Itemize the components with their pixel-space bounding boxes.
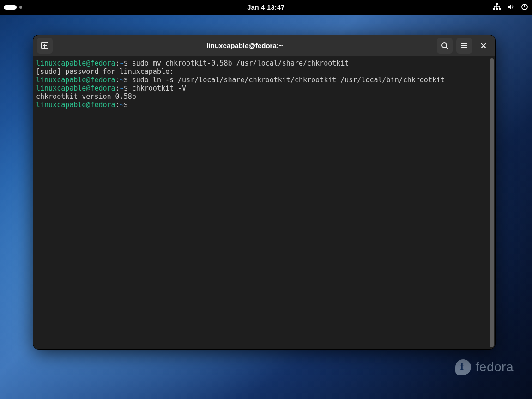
fedora-wordmark: fedora bbox=[476, 360, 514, 375]
menu-button[interactable] bbox=[456, 38, 472, 54]
volume-icon bbox=[507, 3, 514, 12]
activities-button[interactable] bbox=[4, 5, 22, 10]
activities-pill-icon bbox=[4, 5, 17, 10]
terminal-viewport[interactable]: linuxcapable@fedora:~$ sudo mv chkrootki… bbox=[33, 56, 495, 349]
hamburger-icon bbox=[460, 42, 468, 49]
window-title: linuxcapable@fedora:~ bbox=[53, 42, 437, 49]
terminal-window: linuxcapable@fedora:~ linuxcapable@fedor… bbox=[33, 35, 495, 349]
svg-rect-2 bbox=[496, 8, 498, 10]
fedora-logo-icon bbox=[455, 359, 471, 375]
svg-line-10 bbox=[446, 47, 448, 49]
gnome-top-panel: Jan 4 13:47 bbox=[0, 0, 532, 15]
network-icon bbox=[493, 3, 501, 12]
plus-icon bbox=[41, 42, 48, 49]
terminal-output[interactable]: linuxcapable@fedora:~$ sudo mv chkrootki… bbox=[36, 59, 491, 109]
scrollbar[interactable] bbox=[490, 58, 494, 347]
fedora-watermark: fedora bbox=[455, 359, 514, 375]
system-status-area[interactable] bbox=[493, 3, 528, 12]
svg-rect-1 bbox=[493, 8, 495, 10]
activities-dot-icon bbox=[19, 6, 22, 9]
close-button[interactable] bbox=[476, 38, 491, 54]
search-icon bbox=[441, 42, 448, 49]
search-button[interactable] bbox=[437, 38, 453, 54]
svg-rect-3 bbox=[499, 8, 501, 10]
svg-point-9 bbox=[442, 43, 447, 48]
svg-rect-0 bbox=[496, 3, 498, 5]
new-tab-button[interactable] bbox=[37, 38, 53, 54]
terminal-titlebar[interactable]: linuxcapable@fedora:~ bbox=[33, 35, 495, 56]
power-icon bbox=[521, 3, 528, 12]
close-icon bbox=[480, 42, 487, 49]
clock[interactable]: Jan 4 13:47 bbox=[248, 4, 285, 11]
